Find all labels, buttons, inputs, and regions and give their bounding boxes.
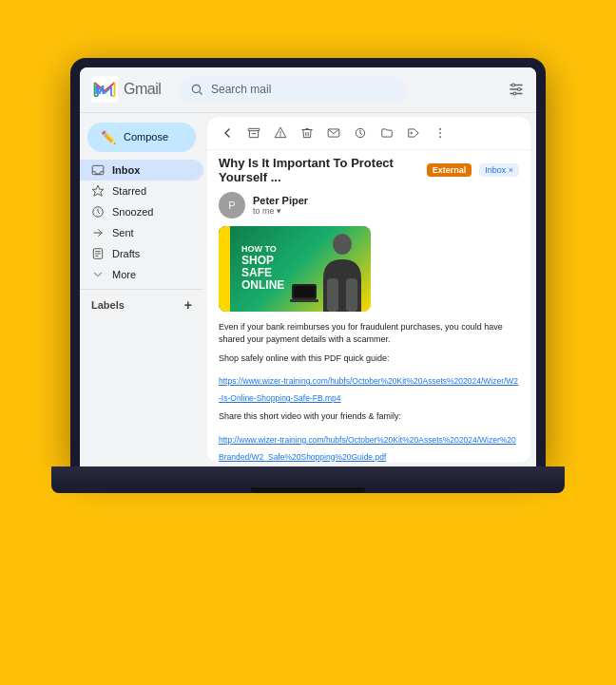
back-arrow-icon [220,125,235,141]
sidebar-snoozed-label: Snoozed [112,206,153,218]
search-icon [190,83,203,96]
move-to-button[interactable] [376,123,397,143]
email-body-text1: Even if your bank reimburses you for fra… [219,321,519,347]
sent-icon [91,226,105,239]
page-background: M Gmail Search mail [0,0,616,685]
email-body-text2: Shop safely online with this PDF quick g… [219,352,519,366]
svg-point-28 [439,136,441,138]
svg-point-27 [439,132,441,134]
chevron-down-icon [91,268,105,281]
sender-to: to me ▾ [253,206,308,216]
svg-point-22 [280,135,281,136]
laptop-screen: M Gmail Search mail [70,58,546,466]
svg-point-8 [518,88,521,91]
email-subject: Why Is It Important To Protect Yourself … [219,156,419,184]
clock-icon [91,205,105,219]
sidebar-divider [80,289,203,290]
back-button[interactable] [217,123,238,143]
gmail-logo: M Gmail [91,76,167,103]
sender-info: Peter Piper to me ▾ [253,195,308,216]
inbox-icon [91,163,105,177]
sidebar-item-inbox[interactable]: Inbox [80,160,203,181]
svg-point-29 [333,234,352,255]
delete-button[interactable] [297,123,318,143]
more-options-button[interactable] [430,123,451,143]
report-icon [274,126,287,140]
svg-rect-10 [92,165,104,174]
svg-point-9 [513,92,516,95]
labels-header-text: Labels [91,299,125,311]
gmail-app: M Gmail Search mail [80,67,536,466]
label-button[interactable] [403,123,424,143]
mark-unread-button[interactable] [323,123,344,143]
yellow-accent-bar [219,226,230,312]
envelope-icon [327,126,340,140]
sidebar-item-snoozed[interactable]: Snoozed [80,201,203,222]
gmail-body: ✏️ Compose Inbox [80,113,536,466]
report-button[interactable] [270,123,291,143]
compose-button[interactable]: ✏️ Compose [87,123,196,152]
gmail-label: Gmail [124,81,161,98]
svg-rect-18 [248,128,260,130]
email-body-paragraph3: Share this short video with your friends… [219,410,519,463]
gmail-interface: M Gmail Search mail [80,67,536,466]
sender-row: P Peter Piper to me ▾ [207,188,530,226]
sidebar-item-sent[interactable]: Sent [80,222,203,243]
svg-text:M: M [95,83,106,97]
email-area: Why Is It Important To Protect Yourself … [207,117,530,463]
archive-button[interactable] [243,123,264,143]
search-bar[interactable]: Search mail [179,77,407,102]
snooze-button[interactable] [350,123,371,143]
gmail-header: M Gmail Search mail [80,67,536,113]
gmail-m-icon: M [91,76,118,103]
video-thumbnail[interactable]: HOW TO SHOP SAFE ONLINE [219,226,371,312]
sidebar-starred-label: Starred [112,185,146,197]
email-subject-row: Why Is It Important To Protect Yourself … [207,150,530,188]
trash-icon [300,126,314,140]
settings-sliders-icon[interactable] [508,81,525,98]
sender-name: Peter Piper [253,195,308,206]
sidebar-item-starred[interactable]: Starred [80,181,203,201]
folder-icon [380,126,394,140]
svg-point-7 [512,84,515,86]
svg-point-26 [439,128,441,130]
svg-rect-30 [327,278,338,312]
sidebar-drafts-label: Drafts [112,248,140,259]
email-body-paragraph1: Even if your bank reimburses you for fra… [219,321,519,347]
avatar-initials: P [228,200,235,211]
compose-icon: ✏️ [101,130,116,144]
compose-label: Compose [124,131,168,143]
email-body-text3: Share this short video with your friends… [219,410,519,424]
archive-icon [247,126,260,140]
email-content: HOW TO SHOP SAFE ONLINE [207,226,530,463]
snooze-icon [354,126,367,140]
svg-marker-11 [92,185,104,196]
email-body-paragraph2: Shop safely online with this PDF quick g… [219,352,519,406]
svg-line-3 [200,92,202,95]
labels-section: Labels + [80,294,203,316]
email-toolbar [207,117,530,150]
sidebar-more-label: More [112,269,136,280]
search-placeholder: Search mail [211,83,271,96]
svg-rect-31 [346,278,357,312]
howto-text-block: HOW TO SHOP SAFE ONLINE [241,245,284,292]
avatar: P [219,192,245,219]
svg-rect-33 [294,286,315,297]
star-icon [91,184,105,198]
sidebar-item-more[interactable]: More [80,264,203,285]
svg-point-25 [411,132,413,134]
person-silhouette [314,231,371,312]
tag-external: External [427,163,472,177]
laptop-wrapper: M Gmail Search mail [42,58,574,628]
laptop-base [51,466,565,493]
sidebar-sent-label: Sent [112,227,134,238]
tag-inbox: Inbox × [479,163,519,177]
email-link2[interactable]: http://www.wizer-training.com/hubfs/Octo… [219,435,516,462]
email-link1[interactable]: https://www.wizer-training.com/hubfs/Oct… [219,376,518,403]
sidebar-item-drafts[interactable]: Drafts [80,243,203,264]
more-vert-icon [433,126,447,140]
howto-line2: SHOP [241,255,284,267]
sidebar-inbox-label: Inbox [112,164,140,176]
gmail-sidebar: ✏️ Compose Inbox [80,113,203,466]
add-label-button[interactable]: + [184,297,192,313]
